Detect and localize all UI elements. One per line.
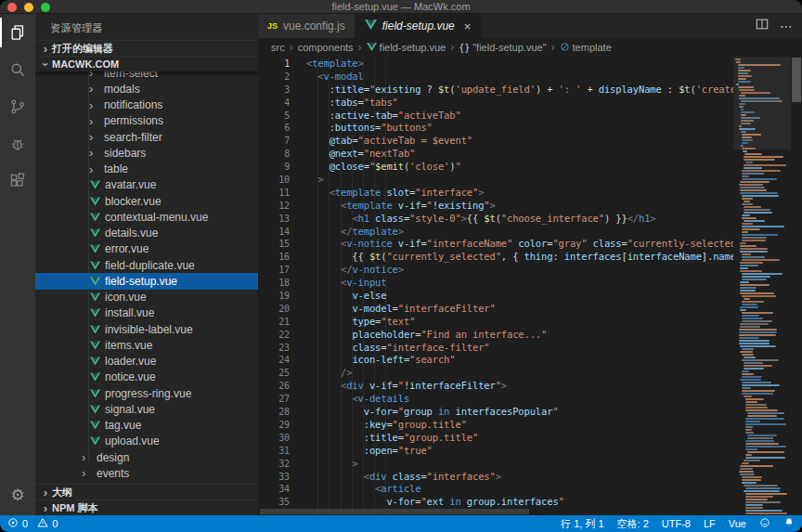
code-line-29[interactable]: 29 :key="group.title" (258, 419, 802, 432)
code-line-28[interactable]: 28 v-for="group in interfacesPopular" (258, 406, 802, 419)
vertical-scrollbar[interactable] (791, 57, 802, 515)
errors-count[interactable]: 0 (7, 517, 28, 530)
line-number: 29 (258, 419, 290, 432)
code-line-34[interactable]: 34 <article (258, 483, 802, 496)
debug-icon[interactable] (0, 125, 35, 162)
split-editor-icon[interactable] (756, 18, 769, 34)
tree-item-label: details.vue (105, 227, 158, 240)
tree-item-modals[interactable]: ›modals (35, 81, 258, 97)
tree-item-field-duplicate-vue[interactable]: field-duplicate.vue (35, 257, 258, 273)
code-editor[interactable]: 1<template>2 <v-modal3 :title="existing … (258, 57, 802, 515)
code-line-12[interactable]: 12 <template v-if="!existing"> (258, 200, 802, 213)
code-line-16[interactable]: 16 {{ $t("currently_selected", { thing: … (258, 251, 802, 264)
code-line-9[interactable]: 9 @close="$emit('close')" (258, 161, 802, 174)
tree-item-loader-vue[interactable]: loader.vue (35, 354, 258, 370)
outline-section[interactable]: › 大纲 (35, 484, 258, 500)
code-line-18[interactable]: 18 <v-input (258, 277, 802, 290)
tree-item-search-filter[interactable]: ›search-filter (35, 129, 258, 145)
tree-item-item-select[interactable]: ›item-select (35, 71, 258, 81)
tree-item-signal-vue[interactable]: signal.vue (35, 401, 258, 417)
tree-item-avatar-vue[interactable]: avatar.vue (35, 177, 258, 193)
code-line-6[interactable]: 6 :buttons="buttons" (258, 122, 802, 135)
tree-item-icon-vue[interactable]: icon.vue (35, 290, 258, 305)
tree-item-sidebars[interactable]: ›sidebars (35, 145, 258, 161)
breadcrumb-template[interactable]: template (560, 42, 612, 54)
code-line-1[interactable]: 1<template> (258, 58, 802, 71)
tab-field-setup-vue[interactable]: field-setup.vue× (356, 14, 482, 38)
code-line-24[interactable]: 24 icon-left="search" (258, 354, 802, 367)
status-eol[interactable]: LF (704, 518, 716, 529)
code-text: :buttons="buttons" (306, 122, 433, 135)
tree-item-notice-vue[interactable]: notice.vue (35, 370, 258, 385)
tree-item-upload-vue[interactable]: upload.vue (35, 434, 258, 449)
code-line-13[interactable]: 13 <h1 class="style-0">{{ $t("choose_int… (258, 213, 802, 226)
code-line-11[interactable]: 11 <template slot="interface"> (258, 187, 802, 200)
warnings-count[interactable]: 0 (37, 517, 58, 530)
code-line-26[interactable]: 26 <div v-if="!interfaceFilter"> (258, 380, 802, 393)
title-bar[interactable]: field-setup.vue — MacWk.com (0, 0, 802, 14)
status-language-mode[interactable]: Vue (729, 518, 746, 529)
code-line-14[interactable]: 14 </template> (258, 226, 802, 239)
tree-item-tag-vue[interactable]: tag.vue (35, 418, 258, 434)
code-line-19[interactable]: 19 v-else (258, 290, 802, 303)
settings-gear-icon[interactable]: ⚙ (0, 476, 35, 513)
status-notifications-bell[interactable] (783, 517, 795, 530)
tree-item-items-vue[interactable]: items.vue (35, 337, 258, 353)
tree-item-details-vue[interactable]: details.vue (35, 226, 258, 241)
tree-item-field-setup-vue[interactable]: field-setup.vue (35, 273, 258, 289)
source-control-icon[interactable] (0, 88, 35, 125)
code-line-4[interactable]: 4 :tabs="tabs" (258, 97, 802, 110)
horizontal-scrollbar[interactable] (258, 508, 733, 515)
code-line-7[interactable]: 7 @tab="activeTab = $event" (258, 135, 802, 148)
vue-file-icon (89, 180, 101, 189)
explorer-icon[interactable] (0, 14, 35, 51)
tree-item-notifications[interactable]: ›notifications (35, 97, 258, 113)
code-line-15[interactable]: 15 <v-notice v-if="interfaceName" color=… (258, 238, 802, 251)
project-section[interactable]: › MACWK.COM (35, 56, 258, 71)
code-line-8[interactable]: 8 @next="nextTab" (258, 148, 802, 161)
breadcrumb-src[interactable]: src (271, 42, 285, 53)
search-icon[interactable] (0, 51, 35, 88)
code-line-32[interactable]: 32 > (258, 458, 802, 471)
tree-item-install-vue[interactable]: install.vue (35, 305, 258, 321)
tree-item-invisible-label-vue[interactable]: invisible-label.vue (35, 321, 258, 337)
tree-item-blocker-vue[interactable]: blocker.vue (35, 193, 258, 209)
code-line-33[interactable]: 33 <div class="interfaces"> (258, 471, 802, 484)
more-actions-icon[interactable]: ⋯ (780, 19, 793, 32)
breadcrumb-components[interactable]: components (298, 42, 354, 53)
code-line-20[interactable]: 20 v-model="interfaceFilter" (258, 303, 802, 316)
code-line-23[interactable]: 23 class="interface-filter" (258, 342, 802, 355)
tree-item-permissions[interactable]: ›permissions (35, 113, 258, 129)
status-feedback-smiley[interactable] (759, 517, 770, 530)
code-line-5[interactable]: 5 :active-tab="activeTab" (258, 110, 802, 123)
tab-vue-config-js[interactable]: JSvue.config.js (258, 14, 356, 38)
code-line-22[interactable]: 22 placeholder="Find an interface..." (258, 329, 802, 342)
close-tab-icon[interactable]: × (464, 20, 472, 32)
status-cursor-position[interactable]: 行 1, 列 1 (561, 517, 603, 531)
tree-item-design[interactable]: ›design (35, 449, 258, 465)
open-editors-section[interactable]: › 打开的编辑器 (35, 40, 258, 56)
code-line-27[interactable]: 27 <v-details (258, 393, 802, 406)
code-line-3[interactable]: 3 :title="existing ? $t('update_field') … (258, 84, 802, 97)
code-line-2[interactable]: 2 <v-modal (258, 71, 802, 84)
horizontal-scrollbar-thumb[interactable] (260, 509, 529, 514)
minimap[interactable] (733, 57, 791, 515)
code-line-31[interactable]: 31 :open="true" (258, 445, 802, 458)
code-line-10[interactable]: 10 > (258, 174, 802, 187)
tree-item-contextual-menu-vue[interactable]: contextual-menu.vue (35, 209, 258, 225)
extensions-icon[interactable] (0, 162, 35, 200)
status-encoding[interactable]: UTF-8 (662, 518, 691, 529)
vertical-scrollbar-thumb[interactable] (792, 58, 801, 102)
npm-scripts-section[interactable]: › NPM 脚本 (35, 500, 258, 515)
tree-item-progress-ring-vue[interactable]: progress-ring.vue (35, 385, 258, 401)
tree-item-error-vue[interactable]: error.vue (35, 241, 258, 257)
code-line-17[interactable]: 17 </v-notice> (258, 264, 802, 277)
breadcrumb--field-setup-vue-[interactable]: {}"field-setup.vue" (459, 42, 546, 53)
code-line-25[interactable]: 25 /> (258, 367, 802, 380)
code-line-21[interactable]: 21 type="text" (258, 316, 802, 329)
tree-item-table[interactable]: ›table (35, 162, 258, 177)
code-line-30[interactable]: 30 :title="group.title" (258, 432, 802, 445)
breadcrumb-field-setup-vue[interactable]: field-setup.vue (367, 42, 446, 54)
status-indentation[interactable]: 空格: 2 (617, 517, 649, 531)
tree-item-events[interactable]: ›events (35, 465, 258, 481)
